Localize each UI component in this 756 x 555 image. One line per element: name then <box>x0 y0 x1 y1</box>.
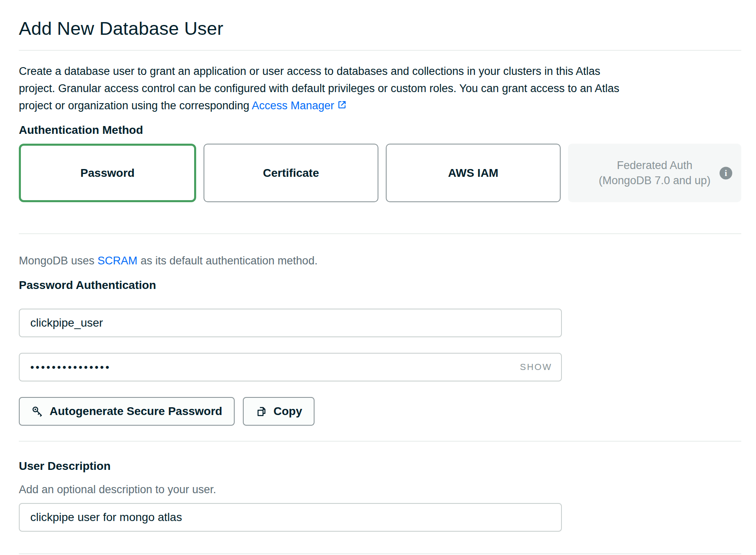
divider <box>19 50 741 51</box>
username-input[interactable] <box>19 309 562 337</box>
info-icon[interactable]: i <box>720 167 732 179</box>
auth-option-password-label: Password <box>80 167 134 180</box>
autogenerate-password-label: Autogenerate Secure Password <box>50 405 222 418</box>
user-description-label: User Description <box>19 460 741 472</box>
scram-note: MongoDB uses SCRAM as its default authen… <box>19 253 741 268</box>
auth-option-aws-iam-label: AWS IAM <box>448 167 498 180</box>
access-manager-link[interactable]: Access Manager <box>252 99 334 112</box>
password-masked-value: ••••••••••••••• <box>30 353 111 381</box>
intro-line-2: project. Granular access control can be … <box>19 82 619 95</box>
password-auth-label: Password Authentication <box>19 280 741 291</box>
auth-option-aws-iam[interactable]: AWS IAM <box>386 144 561 202</box>
intro-paragraph: Create a database user to grant an appli… <box>19 63 741 114</box>
auth-option-federated-auth-label: Federated Auth(MongoDB 7.0 and up) <box>599 158 711 188</box>
user-description-input[interactable] <box>19 503 562 532</box>
external-link-icon <box>337 99 347 110</box>
user-description-hint: Add an optional description to your user… <box>19 484 741 495</box>
divider <box>19 441 741 442</box>
page-title: Add New Database User <box>19 20 741 38</box>
password-input[interactable]: ••••••••••••••• <box>19 353 562 381</box>
copy-icon <box>255 405 268 418</box>
intro-line-1: Create a database user to grant an appli… <box>19 65 600 77</box>
auth-option-certificate-label: Certificate <box>263 167 319 180</box>
auth-option-password[interactable]: Password <box>19 144 196 202</box>
scram-link[interactable]: SCRAM <box>97 255 138 267</box>
auth-option-certificate[interactable]: Certificate <box>204 144 378 202</box>
copy-password-label: Copy <box>274 405 302 418</box>
show-password-button[interactable]: SHOW <box>520 362 552 372</box>
divider <box>19 233 741 234</box>
key-icon <box>31 405 44 418</box>
autogenerate-password-button[interactable]: Autogenerate Secure Password <box>19 397 235 426</box>
divider <box>19 553 741 554</box>
copy-password-button[interactable]: Copy <box>243 397 315 426</box>
auth-method-label: Authentication Method <box>19 124 741 136</box>
add-user-form: Add New Database User Create a database … <box>19 20 741 554</box>
auth-option-federated-auth: Federated Auth(MongoDB 7.0 and up) i <box>568 144 741 202</box>
intro-line-3: project or organization using the corres… <box>19 99 252 112</box>
auth-method-options: Password Certificate AWS IAM Federated A… <box>19 144 741 202</box>
